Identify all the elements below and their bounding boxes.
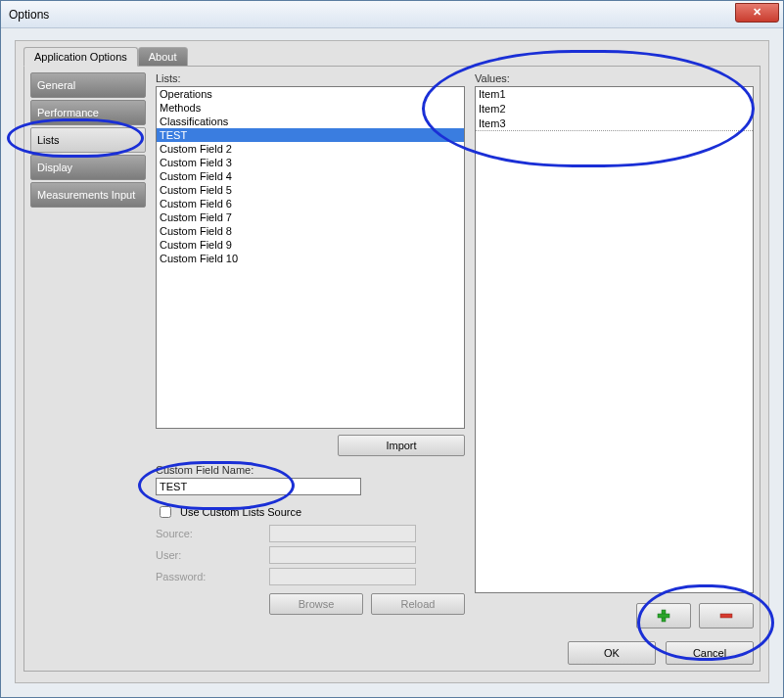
import-button[interactable]: Import <box>338 435 465 456</box>
list-item[interactable]: Custom Field 5 <box>157 183 464 197</box>
import-row: Import <box>156 435 465 456</box>
side-nav-label: Performance <box>37 107 99 118</box>
add-value-button[interactable] <box>636 603 691 628</box>
button-label: Cancel <box>693 647 726 659</box>
side-nav-label: General <box>37 79 75 91</box>
side-nav-measurements-input[interactable]: Measurements Input <box>30 182 146 208</box>
browse-button[interactable]: Browse <box>269 593 363 615</box>
svg-rect-1 <box>658 614 669 618</box>
values-listbox[interactable]: Item1Item2Item3 <box>475 86 754 593</box>
list-item[interactable]: Custom Field 8 <box>157 224 464 238</box>
tab-panel-application-options: General Performance Lists Display Measur… <box>23 66 761 672</box>
remove-value-button[interactable] <box>699 603 754 628</box>
values-label: Values: <box>475 72 754 84</box>
side-nav-performance[interactable]: Performance <box>30 100 146 125</box>
button-label: Reload <box>401 598 436 610</box>
value-item[interactable]: Item1 <box>476 87 753 102</box>
minus-icon <box>719 609 733 623</box>
side-nav-lists[interactable]: Lists <box>30 127 146 153</box>
side-nav: General Performance Lists Display Measur… <box>30 72 146 633</box>
svg-rect-2 <box>720 614 732 618</box>
client-area: Application Options About General Perfor… <box>15 40 769 683</box>
list-item[interactable]: Custom Field 6 <box>157 197 464 210</box>
list-item[interactable]: Classifications <box>157 115 464 128</box>
list-item[interactable]: Custom Field 9 <box>157 238 464 252</box>
tab-application-options[interactable]: Application Options <box>23 47 138 67</box>
list-item[interactable]: Custom Field 10 <box>157 252 464 265</box>
close-button[interactable]: ✕ <box>735 3 779 23</box>
tab-about[interactable]: About <box>138 47 188 67</box>
side-nav-label: Lists <box>37 134 60 146</box>
cancel-button[interactable]: Cancel <box>666 641 754 665</box>
user-label: User: <box>156 549 263 561</box>
custom-field-section: Custom Field Name: Use Custom Lists Sour… <box>156 464 465 615</box>
list-item[interactable]: Custom Field 3 <box>157 156 464 169</box>
main-columns: General Performance Lists Display Measur… <box>30 72 754 633</box>
side-nav-label: Measurements Input <box>37 189 135 201</box>
user-input <box>269 546 416 564</box>
tab-strip: Application Options About <box>23 47 761 67</box>
side-nav-display[interactable]: Display <box>30 155 146 180</box>
ok-button[interactable]: OK <box>568 641 656 665</box>
side-nav-label: Display <box>37 162 72 173</box>
lists-listbox[interactable]: OperationsMethodsClassificationsTESTCust… <box>156 86 465 429</box>
tab-label: Application Options <box>34 51 127 63</box>
button-label: Import <box>386 440 416 451</box>
source-label: Source: <box>156 528 263 539</box>
window-title: Options <box>9 8 49 22</box>
value-item[interactable]: Item2 <box>476 102 753 116</box>
list-item[interactable]: Custom Field 7 <box>157 210 464 224</box>
titlebar: Options ✕ <box>1 1 783 28</box>
tab-label: About <box>149 51 177 63</box>
password-label: Password: <box>156 571 263 582</box>
value-item[interactable]: Item3 <box>476 116 753 131</box>
reload-button[interactable]: Reload <box>371 593 465 615</box>
plus-icon <box>657 609 670 623</box>
close-icon: ✕ <box>753 6 761 19</box>
values-actions <box>475 603 754 628</box>
list-item[interactable]: Methods <box>157 101 464 115</box>
lists-label: Lists: <box>156 72 465 84</box>
custom-field-name-input[interactable] <box>156 478 361 495</box>
custom-field-name-label: Custom Field Name: <box>156 464 465 476</box>
dialog-buttons: OK Cancel <box>30 641 754 665</box>
list-item[interactable]: TEST <box>157 128 464 142</box>
use-custom-source-label: Use Custom Lists Source <box>180 506 301 518</box>
options-window: Options ✕ Application Options About Gene… <box>0 0 784 698</box>
source-input <box>269 525 416 542</box>
browse-reload-row: Browse Reload <box>156 593 465 615</box>
list-item[interactable]: Operations <box>157 87 464 101</box>
right-column: Values: Item1Item2Item3 <box>475 72 754 633</box>
password-input <box>269 568 416 585</box>
side-nav-general[interactable]: General <box>30 72 146 98</box>
use-custom-source-checkbox[interactable] <box>160 506 171 518</box>
button-label: OK <box>604 647 620 659</box>
list-item[interactable]: Custom Field 4 <box>157 169 464 183</box>
list-item[interactable]: Custom Field 2 <box>157 142 464 156</box>
button-label: Browse <box>299 598 335 610</box>
center-column: Lists: OperationsMethodsClassificationsT… <box>156 72 465 633</box>
